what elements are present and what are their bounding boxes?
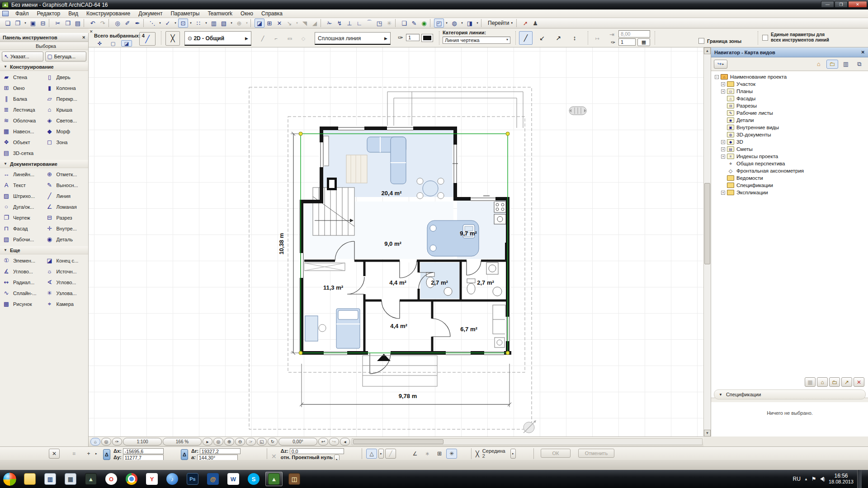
tool-light[interactable]: ☼ Источн... [45, 266, 89, 277]
copy-button[interactable]: ❒ [63, 19, 73, 28]
tool-wall[interactable]: ▰ Стена [2, 72, 45, 82]
tool-polyline[interactable]: ∠ Ломаная [45, 202, 89, 212]
ok-button[interactable]: ОК [541, 449, 571, 458]
vertical-scrollbar[interactable]: ▲ ▼ [703, 47, 711, 436]
project-chooser-button[interactable]: ↪▸ [714, 60, 727, 69]
tree-item-sections[interactable]: ⊟ Разрезы [711, 102, 868, 109]
title-bar[interactable]: ▲ Без имени - Graphisoft ArchiCAD-64 16 … [0, 0, 868, 9]
taskbar-other-app[interactable]: ◫ [286, 472, 303, 486]
section-construction[interactable]: ▼Конструирование [0, 63, 88, 71]
open-button[interactable]: ❐ [13, 19, 23, 28]
geometry-rotrect-icon[interactable]: ◇ [297, 33, 309, 44]
tree-item-worksheets[interactable]: ✎ Рабочие листы [711, 109, 868, 117]
taskbar-archicad[interactable]: ▲ [82, 472, 99, 486]
guide-lines-button[interactable]: ⋱ [147, 19, 157, 28]
redo-button[interactable]: ↷ [98, 19, 108, 28]
tree-expander[interactable]: + [721, 155, 725, 159]
snap-grid-dropdown[interactable]: ▾ [203, 19, 209, 28]
clock[interactable]: 16:56 18.08.2013 [829, 473, 854, 485]
tree-item-axonometry[interactable]: ◇ Фронтальная аксонометрия [711, 167, 868, 174]
rotation-angle-button[interactable]: 0,00° [278, 438, 317, 446]
cancel-button[interactable]: Отменить [578, 449, 614, 458]
polygon-method-button[interactable]: △ [366, 449, 377, 459]
taskbar-skype[interactable]: S [245, 472, 262, 486]
gravity-dropdown[interactable]: ▾ [244, 19, 250, 28]
delta-ra-icon[interactable]: Δ [181, 449, 188, 460]
arrow-size-field[interactable]: 8,00 [618, 30, 650, 38]
arrow-tool-dropdown[interactable]: ▾ [294, 19, 300, 28]
tree-expander[interactable]: + [721, 191, 725, 195]
inject-parameters-button[interactable]: ✒ [132, 19, 142, 28]
tool-detail[interactable]: ◉ Деталь [45, 234, 89, 244]
section-window-button[interactable]: ◨ [465, 19, 475, 28]
tool-column[interactable]: ▮ Колонна [45, 83, 89, 93]
tree-item-project-indexes[interactable]: + ≡ Индексы проекта [711, 153, 868, 160]
splitter-b-button[interactable]: ◢ [310, 19, 320, 28]
layout-book-icon[interactable]: ▥ [840, 60, 852, 69]
taskbar-media-app[interactable]: ▥ [42, 472, 59, 486]
goto-button[interactable]: Перейти ▾ [485, 19, 515, 27]
print-button[interactable]: ⊟ [38, 19, 48, 28]
open-dropdown[interactable]: ▾ [23, 19, 28, 28]
previous-zoom-button[interactable]: ↩ [318, 438, 328, 446]
zoom-level-button[interactable]: 166 % [163, 438, 202, 446]
rotate-view-button[interactable]: ↻ [268, 438, 278, 446]
nav-settings-button[interactable]: ▦ [805, 377, 816, 387]
snap-menu-button[interactable]: ▸ [510, 449, 516, 459]
snap-points-button[interactable]: ✓ [163, 19, 173, 28]
arrowhead-start-button[interactable]: ↙ [535, 31, 549, 45]
tool-shell[interactable]: ≋ Оболочка [2, 115, 45, 126]
tool-slab[interactable]: ▱ Перекр... [45, 94, 89, 104]
arrowhead-none-button[interactable]: ╱ [519, 31, 533, 45]
tree-item-site[interactable]: + Участок [711, 80, 868, 88]
undo-button[interactable]: ↶ [88, 19, 98, 28]
tree-expander[interactable]: + [721, 140, 725, 144]
angle-snap-button[interactable]: ∠ [410, 449, 420, 459]
snap-points-dropdown[interactable]: ▾ [173, 19, 178, 28]
arrow-pen-field[interactable]: 1 [618, 38, 636, 46]
plan-window-button[interactable]: ◰ [434, 19, 444, 28]
snap-grid-button[interactable]: ∷ [193, 19, 203, 28]
line-method-button[interactable]: ╱ [385, 449, 396, 459]
zoom-menu-button[interactable]: ◎ [213, 438, 223, 446]
scroll-down-icon[interactable]: ▼ [704, 430, 711, 436]
specifications-section-header[interactable]: ▼ Спецификации [714, 389, 866, 399]
tree-expander[interactable]: + [721, 89, 725, 94]
tool-spline[interactable]: ∿ Сплайн-... [2, 288, 45, 298]
view-mode-dropdown[interactable]: ⊙ 2D - Общий ▶ [184, 31, 251, 46]
close-reference-button[interactable]: ✕ [274, 19, 284, 28]
tool-window[interactable]: ⊞ Окно [2, 83, 45, 93]
scroll-left-button[interactable]: ◂ [340, 438, 350, 446]
layers-dropdown[interactable]: ▾ [229, 19, 234, 28]
find-select-button[interactable]: ◎ [113, 19, 123, 28]
cursor-snap-button[interactable]: ⊡ [178, 19, 188, 28]
minimize-button[interactable]: — [821, 1, 834, 8]
tool-mesh[interactable]: ▤ 3D-сетка [2, 148, 45, 158]
taskbar-yandex[interactable]: Y [143, 472, 160, 486]
tool-radial-dimension[interactable]: ↭ Радиал... [2, 277, 45, 287]
tree-expander[interactable]: − [715, 75, 719, 79]
split-button[interactable]: ✁ [325, 19, 335, 28]
intersect-button[interactable]: ∟ [354, 19, 364, 28]
guide-lines-dropdown[interactable]: ▾ [157, 19, 163, 28]
zone-boundary-checkbox[interactable] [698, 38, 704, 44]
tool-curtain-wall[interactable]: ▦ Навесн... [2, 126, 45, 136]
nav-delete-button[interactable]: ✕ [854, 377, 864, 387]
edit-feedback-button[interactable]: ✑ [112, 438, 122, 446]
language-indicator[interactable]: RU [793, 476, 801, 482]
pen-number-field[interactable]: 1 [406, 34, 420, 41]
origin-icon[interactable]: ⌗ [69, 449, 80, 459]
close-icon[interactable]: ✕ [82, 35, 85, 40]
menu-item[interactable]: Файл [11, 9, 33, 18]
taskbar-archicad-active[interactable]: ▲ [265, 472, 283, 486]
tool-text[interactable]: A Текст [2, 180, 45, 190]
scale-menu-button[interactable]: ▸ [203, 438, 212, 446]
paste-button[interactable]: ▤ [73, 19, 83, 28]
delta-r-field[interactable]: 19327,2 [200, 448, 241, 454]
tool-wall-end[interactable]: ◪ Конец с... [45, 255, 89, 266]
tree-item-3d-documents[interactable]: ◍ 3D-документы [711, 131, 868, 138]
uniform-params-checkbox[interactable] [762, 35, 768, 41]
tree-item-lists[interactable]: Ведомости [711, 174, 868, 182]
tree-item-elevations[interactable]: ⌂ Фасады [711, 95, 868, 102]
close-icon[interactable]: ✕ [861, 50, 865, 55]
